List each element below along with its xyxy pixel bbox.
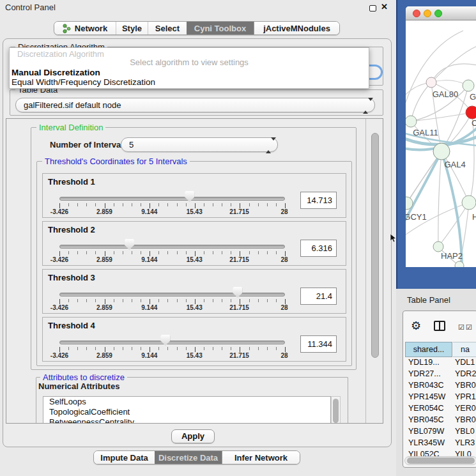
table-row[interactable]: YPR145WYPR1 <box>405 392 476 403</box>
table-row[interactable]: YBR043CYBR0 <box>405 380 476 392</box>
table-row[interactable]: YDL19...YDL1 <box>405 357 476 369</box>
node-label: GA <box>470 92 476 102</box>
number-of-intervals-combobox[interactable]: 5 <box>121 137 278 152</box>
settings-scrollbar-thumb[interactable] <box>371 133 379 358</box>
tab-select-label: Select <box>155 24 180 33</box>
slider-ticks-major <box>59 299 286 304</box>
dropdown-hint: Select algorithm to view settings <box>10 58 369 67</box>
table-row[interactable]: YLR345WYLR3 <box>405 438 476 449</box>
threshold-value-field[interactable]: 11.344 <box>300 335 337 353</box>
cell-name[interactable]: YER0 <box>455 404 476 413</box>
slider-track[interactable] <box>59 245 285 249</box>
mac-zoom-icon[interactable] <box>434 10 442 17</box>
mouse-cursor <box>390 234 397 243</box>
threshold-value-field[interactable]: 14.713 <box>300 192 337 209</box>
table-row[interactable]: YDR27...YDR2 <box>405 369 476 380</box>
checkbox-icon[interactable]: ☑ <box>466 323 472 332</box>
slider-scale-label: -3.426 <box>39 304 80 311</box>
column-header-shared-name[interactable]: shared... <box>405 342 452 357</box>
tab-discretize-data[interactable]: Discretize Data <box>155 451 222 464</box>
network-node[interactable] <box>463 80 474 91</box>
cell-shared-name[interactable]: YDR27... <box>408 369 452 378</box>
list-item[interactable]: TopologicalCoefficient <box>43 407 330 417</box>
table-row[interactable]: YIL052CYIL0 <box>405 449 476 456</box>
threshold-value-field[interactable]: 21.4 <box>300 288 337 305</box>
cell-name[interactable]: YIL0 <box>455 450 472 456</box>
cell-shared-name[interactable]: YBR045C <box>408 415 452 424</box>
tab-jactivemnodules[interactable]: jActiveMNodules <box>254 22 339 35</box>
network-node[interactable] <box>426 77 436 88</box>
cell-shared-name[interactable]: YBL079W <box>408 427 452 436</box>
cell-shared-name[interactable]: YBR043C <box>408 381 452 390</box>
table-row[interactable]: YBR045CYBR0 <box>405 415 476 426</box>
cell-name[interactable]: YBR0 <box>455 415 476 424</box>
table-horizontal-scrollbar[interactable] <box>404 456 476 465</box>
cell-name[interactable]: YBR0 <box>455 381 476 390</box>
cell-name[interactable]: YPR1 <box>455 392 476 401</box>
slider-scale-label: 21.715 <box>219 208 260 215</box>
cell-shared-name[interactable]: YDL19... <box>408 358 452 367</box>
cell-shared-name[interactable]: YER054C <box>408 404 452 413</box>
gear-icon[interactable]: ⚙ <box>411 319 421 333</box>
float-window-icon[interactable] <box>369 5 376 12</box>
slider-scale-label: 28 <box>264 352 305 359</box>
tab-style[interactable]: Style <box>116 22 148 35</box>
threshold-1-panel: Threshold 1 -3.4262.8599.14415.4321.7152… <box>42 173 346 218</box>
table-data-combobox[interactable]: galFiltered.sif default node <box>15 98 375 112</box>
mac-close-icon[interactable] <box>413 10 420 17</box>
numerical-attributes-list[interactable]: SelfLoopsTopologicalCoefficientBetweenne… <box>43 396 331 424</box>
cell-shared-name[interactable]: YLR345W <box>408 438 452 447</box>
network-window-titlebar[interactable] <box>406 6 476 20</box>
slider-scale-label: -3.426 <box>39 352 80 359</box>
table-data-group: Table Data galFiltered.sif default node <box>10 89 383 116</box>
tab-select[interactable]: Select <box>148 22 187 35</box>
window-title: Control Panel <box>5 3 56 12</box>
node-label: GCY1 <box>406 212 427 222</box>
network-node[interactable] <box>455 261 464 267</box>
checkbox-icon[interactable]: ☑ <box>458 323 464 332</box>
tab-impute-data[interactable]: Impute Data <box>94 451 155 464</box>
network-node[interactable] <box>462 196 476 210</box>
tab-cyni-toolbox[interactable]: Cyni Toolbox <box>187 22 254 35</box>
list-item[interactable]: SelfLoops <box>43 397 330 407</box>
close-icon[interactable]: ✕ <box>381 2 388 12</box>
slider-track[interactable] <box>59 197 285 201</box>
scrollbar-thumb[interactable] <box>333 399 339 423</box>
network-node[interactable] <box>406 116 417 127</box>
column-header-name[interactable]: na <box>453 342 476 357</box>
network-node[interactable] <box>466 106 476 119</box>
list-item[interactable]: BetweennessCentrality <box>43 417 330 424</box>
slider-track[interactable] <box>59 293 285 296</box>
tab-network[interactable]: Network <box>54 22 116 35</box>
slider-track[interactable] <box>59 341 285 344</box>
slider-scale-label: 15.43 <box>174 256 215 263</box>
apply-button[interactable]: Apply <box>171 429 215 443</box>
table-rows[interactable]: YDL19...YDL1YDR27...YDR2YBR043CYBR0YPR14… <box>405 357 476 456</box>
cell-name[interactable]: YLR3 <box>455 438 475 447</box>
table-row[interactable]: YBL079WYBL0 <box>405 426 476 438</box>
table-data-selected-value: galFiltered.sif default node <box>24 100 121 110</box>
dropdown-item-manual-discretization[interactable]: Manual Discretization <box>12 68 100 77</box>
node-label: C <box>472 118 476 128</box>
split-view-icon[interactable] <box>434 321 445 331</box>
node-label: HA <box>472 212 476 222</box>
dropdown-item-equal-width-frequency[interactable]: Equal Width/Frequency Discretization <box>12 77 155 87</box>
cell-name[interactable]: YBL0 <box>455 427 475 436</box>
slider-scale-label: 2.859 <box>84 352 125 359</box>
threshold-value-field[interactable]: 6.316 <box>300 240 337 257</box>
network-node[interactable] <box>433 242 443 252</box>
cell-shared-name[interactable]: YIL052C <box>408 450 452 456</box>
network-node[interactable] <box>433 143 450 160</box>
tab-infer-network[interactable]: Infer Network <box>222 451 300 464</box>
mac-minimize-icon[interactable] <box>424 10 431 17</box>
table-row[interactable]: YER054CYER0 <box>405 403 476 415</box>
scrollbar-thumb[interactable] <box>407 457 475 464</box>
slider-scale-label: 15.43 <box>174 304 215 311</box>
cell-name[interactable]: YDL1 <box>455 358 475 367</box>
network-canvas[interactable]: GAL80GACGAL11GAL4GCY1HAHAP2 <box>406 20 476 267</box>
cell-shared-name[interactable]: YPR145W <box>408 392 452 401</box>
slider-scale-label: 28 <box>264 256 305 263</box>
cell-name[interactable]: YDR2 <box>455 369 476 378</box>
network-icon <box>63 24 71 33</box>
attributes-list-scrollbar[interactable] <box>331 396 341 424</box>
